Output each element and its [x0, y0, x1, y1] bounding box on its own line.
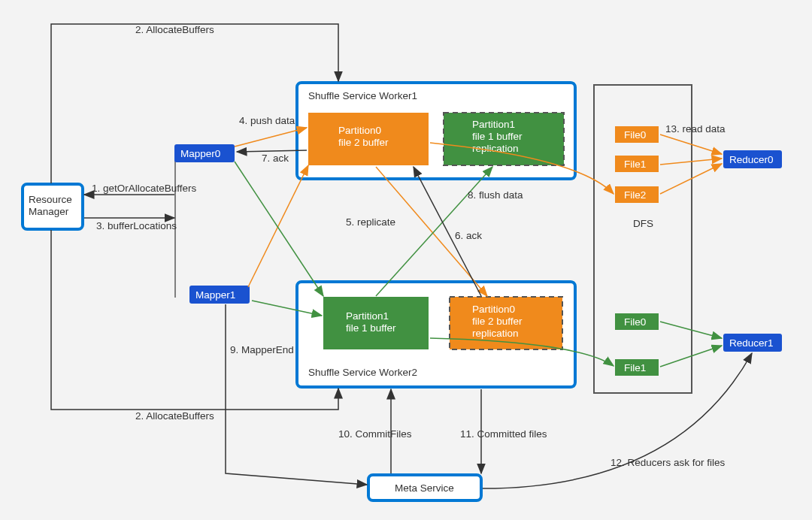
- edge-9-label: 9. MapperEnd: [230, 344, 294, 355]
- ssw2-partition1-label: Partition1file 1 buffer: [346, 310, 396, 334]
- mapper1-label: Mapper1: [195, 289, 235, 301]
- edge-4-label: 4. push data: [239, 115, 295, 126]
- dfs-file1-bot: File1: [615, 359, 659, 376]
- svg-text:File1: File1: [624, 159, 646, 170]
- dfs-file0-top: File0: [615, 126, 659, 143]
- edge-2a-label: 2. AllocateBuffers: [135, 24, 214, 35]
- edge-2b: [51, 230, 338, 410]
- edge-13-label: 13. read data: [665, 123, 726, 135]
- edge-3-label: 3. bufferLocations: [96, 220, 177, 231]
- ssw1-title: Shuffle Service Worker1: [308, 90, 417, 101]
- ssw2-title: Shuffle Service Worker2: [308, 367, 417, 378]
- ssw1-partition0-label: Partition0file 2 buffer: [338, 125, 389, 148]
- edge-5-label: 5. replicate: [346, 216, 395, 228]
- edge-2b-label: 2. AllocateBuffers: [135, 410, 214, 422]
- svg-text:File0: File0: [624, 129, 646, 141]
- dfs-file0-bot: File0: [615, 313, 659, 330]
- svg-text:File2: File2: [624, 189, 646, 201]
- edge-push-green-a: [235, 162, 323, 296]
- edge-10-label: 10. CommitFiles: [338, 428, 412, 440]
- ssw2-partition0-label: Partition0file 2 bufferreplication: [472, 304, 523, 339]
- edge-4b: [248, 165, 308, 287]
- mapper0-label: Mapper0: [180, 148, 220, 159]
- svg-text:File0: File0: [624, 316, 646, 328]
- edge-11-label: 11. Committed files: [460, 428, 547, 440]
- edge-7-label: 7. ack: [262, 153, 289, 164]
- edge-6-label: 6. ack: [455, 230, 482, 241]
- reducer0-label: Reducer0: [729, 154, 774, 165]
- edge-8-label: 8. flush data: [468, 189, 523, 201]
- dfs-file2-top: File2: [615, 186, 659, 203]
- dfs-title: DFS: [633, 218, 653, 229]
- dfs-file1-top: File1: [615, 156, 659, 172]
- reducer1-label: Reducer1: [729, 337, 774, 349]
- meta-service-label: Meta Service: [395, 482, 454, 494]
- resource-manager-label: ResourceManager: [29, 194, 72, 217]
- edge-1-label: 1. getOrAllocateBuffers: [92, 183, 197, 194]
- svg-text:File1: File1: [624, 362, 646, 373]
- edge-12-label: 12. Reducers ask for files: [611, 457, 726, 468]
